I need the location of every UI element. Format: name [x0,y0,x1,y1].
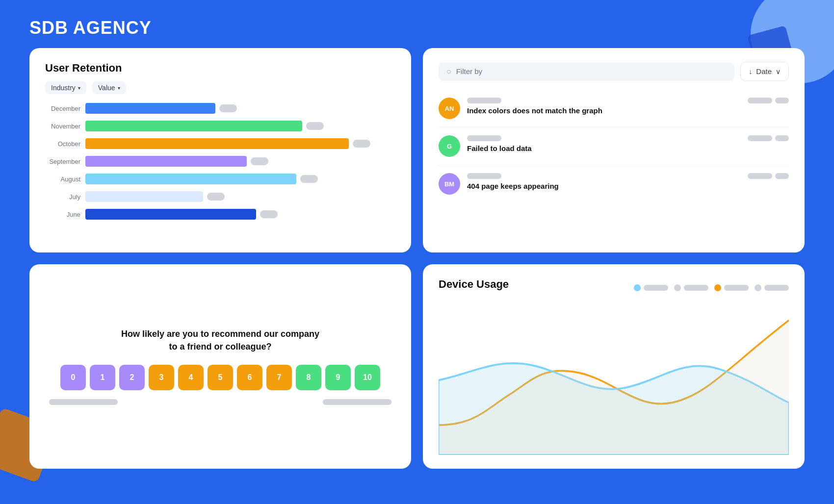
bar [85,103,215,114]
legend-dot [714,284,721,291]
main-grid: User Retention Industry ▾ Value ▾ Decemb… [0,48,834,488]
legend-label [724,285,749,291]
retention-title: User Retention [45,62,395,75]
search-box[interactable]: ○ Filter by [439,62,734,81]
bar-track [85,191,395,202]
date-filter-button[interactable]: ↓ Date ∨ [740,62,789,81]
bar [85,138,349,149]
issue-meta-top [467,98,789,103]
nps-score-button[interactable]: 10 [355,365,380,390]
bar-pill [353,140,370,148]
bar-track [85,156,395,167]
issue-item[interactable]: G Failed to load data [439,127,789,165]
issue-title: 404 page keeps appearing [467,182,789,190]
value-filter[interactable]: Value ▾ [92,81,126,94]
nps-score-button[interactable]: 5 [208,365,233,390]
issue-meta-top [467,173,789,179]
issue-content: Failed to load data [467,135,789,152]
issue-meta-top [467,135,789,141]
meta-pill [748,173,772,179]
nps-score-button[interactable]: 0 [60,365,86,390]
bar-row: December [45,103,395,114]
bar-row: October [45,138,395,149]
meta-pill-sm [775,98,789,103]
bar-label: July [45,193,80,201]
legend-label [684,285,708,291]
meta-pill-sm [775,135,789,141]
bar-chart: December November October September Augu… [45,103,395,220]
nps-score-button[interactable]: 9 [325,365,351,390]
nps-score-button[interactable]: 7 [266,365,292,390]
nps-footer [45,399,395,405]
nps-scale: 012345678910 [60,365,380,390]
retention-card: User Retention Industry ▾ Value ▾ Decemb… [29,48,411,252]
search-placeholder: Filter by [456,67,482,76]
meta-pill [748,98,772,103]
header: SDB AGENCY [0,0,834,48]
nps-score-button[interactable]: 3 [149,365,174,390]
bar-label: September [45,158,80,165]
nps-card: How likely are you to recommend our comp… [29,264,411,469]
bar-track [85,138,395,149]
bar-row: July [45,191,395,202]
avatar: G [439,135,460,157]
legend-label [644,285,668,291]
bar-label: October [45,140,80,148]
nps-score-button[interactable]: 4 [178,365,204,390]
industry-filter[interactable]: Industry ▾ [45,81,86,94]
nps-score-button[interactable]: 8 [296,365,321,390]
issues-header: ○ Filter by ↓ Date ∨ [439,62,789,81]
meta-pill-sm [775,173,789,179]
bar-pill [306,122,324,130]
issue-name-pill [467,173,501,179]
avatar: AN [439,98,460,119]
nps-score-button[interactable]: 2 [119,365,145,390]
bar-pill [219,104,237,112]
bar [85,121,302,131]
legend-item [674,284,708,291]
device-chart [439,305,789,455]
legend-dot [755,284,761,291]
chart-area [439,305,789,455]
nps-score-button[interactable]: 6 [237,365,262,390]
bar-track [85,174,395,184]
bar-track [85,121,395,131]
legend [634,284,789,291]
issue-title: Failed to load data [467,144,789,152]
bar [85,191,203,202]
nps-score-button[interactable]: 1 [90,365,115,390]
legend-item [755,284,789,291]
issues-card: ○ Filter by ↓ Date ∨ AN Index colors doe… [423,48,805,252]
bar-row: June [45,209,395,220]
bar [85,156,247,167]
bar-pill [207,193,225,201]
issue-content: 404 page keeps appearing [467,173,789,190]
search-icon: ○ [446,67,451,76]
chevron-down-icon: ∨ [776,68,781,76]
bar-label: December [45,105,80,112]
issue-content: Index colors does not match the graph [467,98,789,115]
bar-track [85,209,395,220]
nps-footer-right [323,399,391,405]
issue-item[interactable]: AN Index colors does not match the graph [439,90,789,127]
logo: SDB AGENCY [29,18,805,38]
bar-pill [251,157,268,165]
bar-track [85,103,395,114]
device-title: Device Usage [439,278,509,291]
legend-dot [674,284,681,291]
legend-item [714,284,749,291]
meta-pill [748,135,772,141]
legend-item [634,284,668,291]
filter-row: Industry ▾ Value ▾ [45,81,395,94]
device-header: Device Usage [439,278,789,298]
issue-item[interactable]: BM 404 page keeps appearing [439,165,789,202]
legend-dot [634,284,641,291]
avatar: BM [439,173,460,195]
issue-meta-pills [748,173,789,179]
bar-row: November [45,121,395,131]
chevron-down-icon: ▾ [78,85,80,91]
chevron-down-icon: ▾ [118,85,120,91]
bar-label: August [45,176,80,183]
bar [85,174,296,184]
bar-row: September [45,156,395,167]
